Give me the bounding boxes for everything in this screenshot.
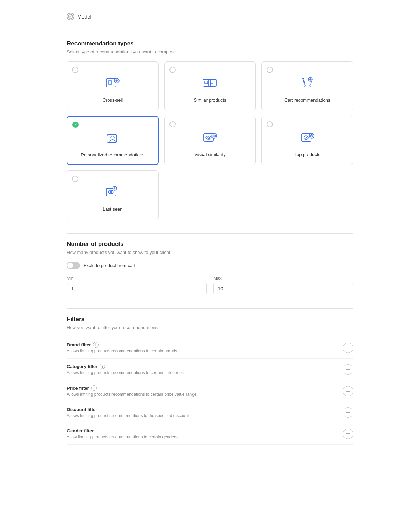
add-filter-btn-brand-filter[interactable] (343, 343, 353, 353)
info-icon-price-filter[interactable]: i (91, 385, 97, 391)
exclude-toggle-row: Exclude product from cart (67, 262, 353, 269)
model-title: Model (77, 14, 92, 20)
min-max-row: Min Max (67, 276, 353, 294)
svg-point-18 (213, 136, 215, 137)
filter-left-discount-filter: Discount filter Allows limiting product … (67, 407, 189, 418)
radio-cross-sell (72, 67, 78, 73)
visual-icon (201, 129, 219, 147)
recommendation-types-section: Recommendation types Select type of reco… (67, 33, 353, 219)
rec-types-subtitle: Select type of recommendations you want … (67, 49, 353, 54)
last-seen-icon (103, 183, 122, 202)
filter-item-brand-filter: Brand filter i Allows limiting products … (67, 337, 353, 359)
num-products-subtitle: How many products you want to show to yo… (67, 250, 353, 255)
svg-point-15 (208, 137, 210, 139)
radio-top-products (267, 121, 273, 127)
card-cart-recommendations[interactable]: Cart recommendations (261, 61, 353, 110)
filter-title-gender-filter: Gender filter (67, 428, 178, 433)
model-check-icon (67, 13, 74, 20)
info-icon-brand-filter[interactable]: i (93, 342, 99, 348)
recommendation-cards-grid: Cross-sell Similar products (67, 61, 353, 219)
svg-point-8 (305, 86, 306, 87)
svg-point-25 (110, 191, 112, 193)
filters-subtitle: How you want to filter your recommendati… (67, 325, 353, 330)
card-top-products-label: Top products (294, 152, 320, 157)
filters-title: Filters (67, 316, 353, 323)
filter-title-category-filter: Category filter i (67, 364, 184, 369)
add-filter-btn-price-filter[interactable] (343, 386, 353, 396)
svg-point-9 (309, 86, 310, 87)
filter-left-gender-filter: Gender filter Allow limiting products re… (67, 428, 178, 439)
filter-item-price-filter: Price filter i Allows limiting products … (67, 380, 353, 402)
cart-icon (298, 74, 317, 93)
filter-title-price-filter: Price filter i (67, 385, 197, 391)
card-visual-similarity[interactable]: Visual similarity (164, 116, 256, 165)
svg-point-24 (108, 190, 114, 194)
card-last-seen-label: Last seen (103, 206, 122, 212)
filter-item-discount-filter: Discount filter Allows limiting product … (67, 402, 353, 423)
card-visual-label: Visual similarity (194, 152, 225, 157)
radio-similar-products (169, 67, 176, 73)
card-personalized-label: Personalized recommendations (81, 152, 144, 158)
filter-desc-price-filter: Allows limiting products recommendations… (67, 392, 197, 397)
svg-rect-5 (205, 81, 208, 84)
number-of-products-section: Number of products How many products you… (67, 233, 353, 294)
card-last-seen[interactable]: Last seen (67, 170, 159, 219)
filter-desc-discount-filter: Allows limiting product recommendations … (67, 413, 189, 418)
similar-icon (201, 74, 219, 93)
card-cart-label: Cart recommendations (284, 97, 331, 103)
rec-types-title: Recommendation types (67, 40, 353, 47)
svg-rect-4 (203, 79, 211, 86)
radio-cart (267, 67, 273, 73)
filter-item-gender-filter: Gender filter Allow limiting products re… (67, 423, 353, 445)
filters-section: Filters How you want to filter your reco… (67, 308, 353, 445)
top-products-icon (298, 129, 317, 147)
card-similar-products[interactable]: Similar products (164, 61, 256, 110)
filter-title-brand-filter: Brand filter i (67, 342, 177, 348)
card-cross-sell[interactable]: Cross-sell (67, 61, 159, 110)
filter-left-brand-filter: Brand filter i Allows limiting products … (67, 342, 177, 353)
min-field-group: Min (67, 276, 207, 294)
add-filter-btn-category-filter[interactable] (343, 364, 353, 375)
filter-desc-category-filter: Allows limiting products recommendations… (67, 370, 184, 375)
num-products-title: Number of products (67, 241, 353, 248)
filter-title-discount-filter: Discount filter (67, 407, 189, 412)
radio-visual (169, 121, 176, 127)
filters-list: Brand filter i Allows limiting products … (67, 337, 353, 445)
add-filter-btn-discount-filter[interactable] (343, 407, 353, 418)
card-cross-sell-label: Cross-sell (102, 97, 123, 103)
exclude-toggle-label: Exclude product from cart (84, 263, 135, 268)
card-top-products[interactable]: Top products (261, 116, 353, 165)
max-label: Max (213, 276, 353, 281)
model-header: Model (67, 7, 353, 26)
info-icon-category-filter[interactable]: i (100, 364, 105, 369)
card-personalized[interactable]: Personalized recommendations (67, 116, 159, 165)
filter-item-category-filter: Category filter i Allows limiting produc… (67, 359, 353, 380)
filter-desc-gender-filter: Allow limiting products recommendations … (67, 434, 178, 439)
max-field-group: Max (213, 276, 353, 294)
radio-personalized (72, 122, 79, 128)
filter-left-category-filter: Category filter i Allows limiting produc… (67, 364, 184, 375)
filter-left-price-filter: Price filter i Allows limiting products … (67, 385, 197, 397)
card-similar-products-label: Similar products (194, 97, 226, 103)
personalized-icon (103, 129, 122, 147)
crosssell-icon (103, 74, 122, 93)
svg-point-12 (111, 136, 114, 139)
radio-last-seen (72, 176, 78, 182)
svg-rect-6 (209, 79, 216, 86)
min-input[interactable] (67, 283, 207, 294)
min-label: Min (67, 276, 207, 281)
exclude-toggle[interactable] (67, 262, 80, 269)
svg-rect-2 (108, 81, 112, 84)
max-input[interactable] (213, 283, 353, 294)
filter-desc-brand-filter: Allows limiting products recommendations… (67, 349, 177, 353)
add-filter-btn-gender-filter[interactable] (343, 429, 353, 439)
